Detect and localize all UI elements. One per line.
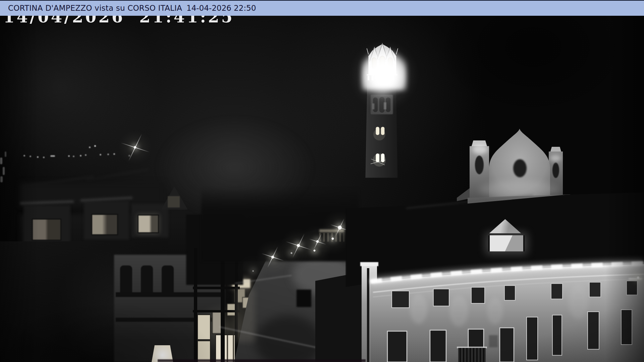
caption-datetime: 14-04-2026 22:50 [186, 4, 256, 12]
lens-vignette [0, 0, 644, 362]
caption-title: CORTINA D'AMPEZZO vista su CORSO ITALIA [8, 4, 182, 12]
night-photo: 14/04/2026 21:41:25 [0, 0, 644, 362]
caption-bar: CORTINA D'AMPEZZO vista su CORSO ITALIA … [0, 0, 644, 16]
webcam-frame: 14/04/2026 21:41:25 [0, 0, 644, 362]
